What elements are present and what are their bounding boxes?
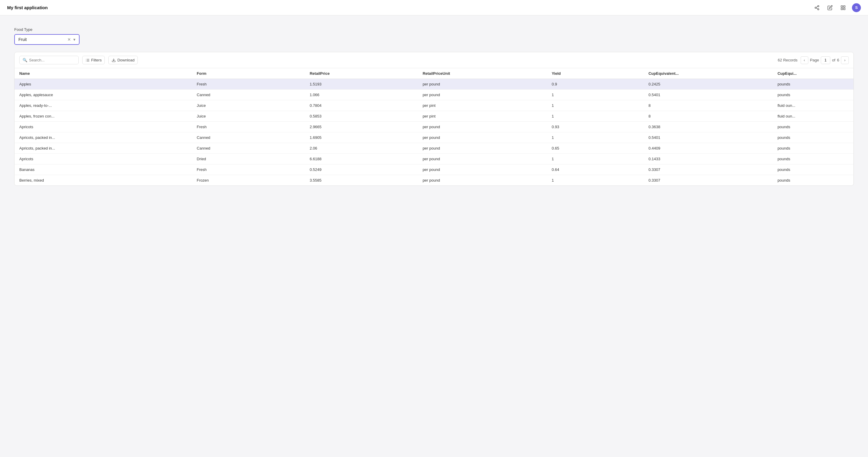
user-avatar[interactable]: S: [852, 3, 861, 12]
table-container: 🔍 Filters Download: [14, 52, 854, 186]
cell-form: Juice: [192, 111, 305, 122]
cell-form: Juice: [192, 100, 305, 111]
cell-retail_price: 0.7804: [305, 100, 418, 111]
cell-form: Dried: [192, 154, 305, 164]
prev-page-button[interactable]: ‹: [801, 56, 808, 64]
cell-retail_price_unit: per pound: [418, 154, 547, 164]
col-header-retail-price: RetailPrice: [305, 68, 418, 79]
cell-name: Apples, ready-to-...: [14, 100, 192, 111]
clear-icon[interactable]: ✕: [67, 37, 71, 42]
cell-yield: 0.93: [547, 122, 644, 132]
cell-yield: 1: [547, 154, 644, 164]
cell-retail_price_unit: per pound: [418, 90, 547, 100]
cell-cup_equiv2: pounds: [773, 79, 854, 90]
cell-retail_price_unit: per pound: [418, 164, 547, 175]
table-row[interactable]: Apricots, packed in...Canned2.06per poun…: [14, 143, 854, 154]
page-label: Page: [810, 58, 819, 62]
cell-form: Canned: [192, 90, 305, 100]
cell-cup_equiv: 8: [644, 100, 773, 111]
filters-button[interactable]: Filters: [82, 56, 105, 64]
cell-yield: 1: [547, 175, 644, 186]
dropdown-controls: ✕ ▾: [67, 37, 75, 42]
cell-cup_equiv2: pounds: [773, 154, 854, 164]
chevron-down-icon[interactable]: ▾: [73, 37, 75, 42]
download-button[interactable]: Download: [108, 56, 138, 64]
col-header-cup-equiv2: CupEqui...: [773, 68, 854, 79]
cell-retail_price_unit: per pound: [418, 143, 547, 154]
table-header: Name Form RetailPrice RetailPriceUnit Yi…: [14, 68, 854, 79]
cell-yield: 0.64: [547, 164, 644, 175]
search-box[interactable]: 🔍: [19, 56, 79, 64]
cell-retail_price_unit: per pint: [418, 111, 547, 122]
cell-yield: 1: [547, 90, 644, 100]
table-row[interactable]: Berries, mixedFrozen3.5585per pound10.33…: [14, 175, 854, 186]
cell-name: Apricots: [14, 154, 192, 164]
table-row[interactable]: Apples, ready-to-...Juice0.7804per pint1…: [14, 100, 854, 111]
header: My first application S: [0, 0, 868, 15]
cell-cup_equiv: 0.3307: [644, 175, 773, 186]
cell-retail_price_unit: per pound: [418, 122, 547, 132]
cell-name: Apricots, packed in...: [14, 143, 192, 154]
col-header-cup-equiv: CupEquivalent...: [644, 68, 773, 79]
page-number-input[interactable]: [821, 56, 830, 64]
cell-form: Canned: [192, 143, 305, 154]
filters-icon: [86, 58, 90, 62]
svg-rect-6: [844, 6, 845, 7]
table-row[interactable]: Apples, applesauceCanned1.066per pound10…: [14, 90, 854, 100]
cell-yield: 0.9: [547, 79, 644, 90]
cell-yield: 1: [547, 100, 644, 111]
next-page-button[interactable]: ›: [841, 56, 849, 64]
table-row[interactable]: BananasFresh0.5249per pound0.640.3307pou…: [14, 164, 854, 175]
cell-form: Canned: [192, 132, 305, 143]
food-type-dropdown[interactable]: Fruit ✕ ▾: [14, 34, 80, 45]
cell-cup_equiv: 0.3638: [644, 122, 773, 132]
page-of-label: of: [832, 58, 835, 62]
grid-icon[interactable]: [839, 4, 847, 12]
col-header-yield: Yield: [547, 68, 644, 79]
records-count: 62 Records: [778, 58, 797, 62]
cell-name: Apples: [14, 79, 192, 90]
cell-retail_price: 2.9665: [305, 122, 418, 132]
cell-form: Fresh: [192, 122, 305, 132]
cell-cup_equiv2: pounds: [773, 90, 854, 100]
main-content: Food Type Fruit ✕ ▾ 🔍: [0, 15, 868, 198]
cell-retail_price: 3.5585: [305, 175, 418, 186]
cell-cup_equiv: 0.3307: [644, 164, 773, 175]
col-header-name: Name: [14, 68, 192, 79]
header-row: Name Form RetailPrice RetailPriceUnit Yi…: [14, 68, 854, 79]
cell-retail_price_unit: per pound: [418, 132, 547, 143]
download-icon: [112, 58, 116, 62]
table-row[interactable]: ApricotsDried6.6188per pound10.1433pound…: [14, 154, 854, 164]
cell-form: Fresh: [192, 164, 305, 175]
svg-line-4: [816, 6, 817, 7]
cell-yield: 1: [547, 132, 644, 143]
cell-cup_equiv: 0.2425: [644, 79, 773, 90]
cell-name: Apricots, packed in...: [14, 132, 192, 143]
table-row[interactable]: ApricotsFresh2.9665per pound0.930.3638po…: [14, 122, 854, 132]
search-input[interactable]: [29, 58, 75, 62]
cell-cup_equiv: 0.5401: [644, 132, 773, 143]
toolbar-right: 62 Records ‹ Page of 6 ›: [778, 56, 849, 64]
table-row[interactable]: Apricots, packed in...Canned1.6905per po…: [14, 132, 854, 143]
cell-cup_equiv2: fluid oun...: [773, 111, 854, 122]
cell-cup_equiv2: pounds: [773, 143, 854, 154]
cell-cup_equiv: 0.5401: [644, 90, 773, 100]
edit-icon[interactable]: [826, 4, 834, 12]
cell-retail_price_unit: per pound: [418, 175, 547, 186]
cell-cup_equiv2: pounds: [773, 175, 854, 186]
svg-line-3: [816, 8, 817, 9]
svg-rect-8: [844, 8, 845, 9]
dropdown-selected-value: Fruit: [19, 37, 27, 42]
cell-form: Fresh: [192, 79, 305, 90]
app-title: My first application: [7, 5, 48, 10]
table-row[interactable]: ApplesFresh1.5193per pound0.90.2425pound…: [14, 79, 854, 90]
table-row[interactable]: Apples, frozen con...Juice0.5853per pint…: [14, 111, 854, 122]
cell-retail_price: 2.06: [305, 143, 418, 154]
cell-retail_price: 0.5249: [305, 164, 418, 175]
cell-retail_price: 0.5853: [305, 111, 418, 122]
food-type-label: Food Type: [14, 27, 854, 32]
cell-retail_price: 1.066: [305, 90, 418, 100]
share-icon[interactable]: [813, 4, 821, 12]
cell-name: Apricots: [14, 122, 192, 132]
cell-retail_price: 6.6188: [305, 154, 418, 164]
